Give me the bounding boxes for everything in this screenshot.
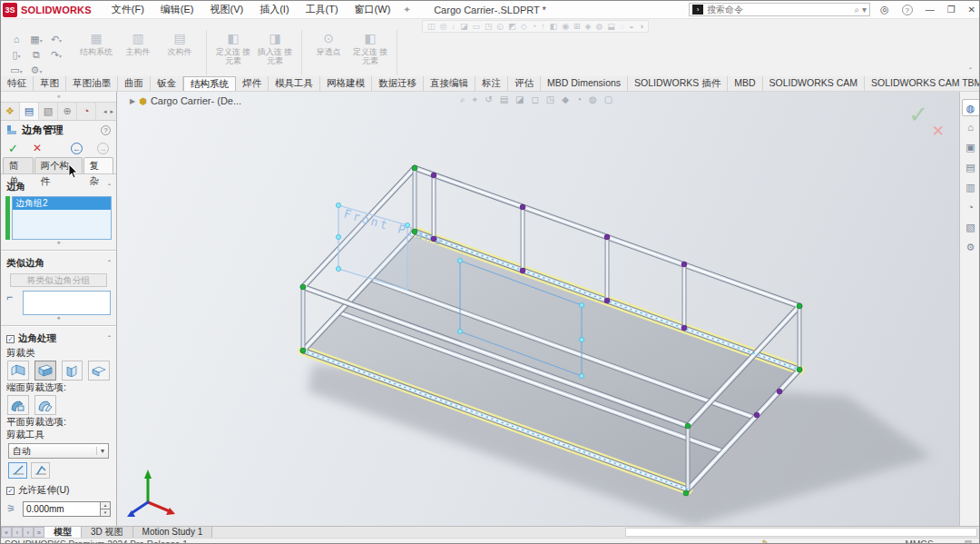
tree-expand-icon[interactable]: ▶ bbox=[130, 97, 135, 105]
toolbar-icon[interactable]: ◈ bbox=[585, 22, 592, 31]
configuration-manager-tab-icon[interactable]: ▧ bbox=[39, 103, 58, 120]
toolbar-icon[interactable]: ↑ bbox=[541, 22, 545, 31]
toolbar-icon[interactable]: ◌ bbox=[620, 22, 624, 31]
prev-tab-icon[interactable]: ‹ bbox=[12, 527, 23, 538]
zoom-fit-icon[interactable]: ⌕ bbox=[460, 94, 466, 105]
undo-icon[interactable]: ↶▾ bbox=[46, 34, 66, 45]
tab-add-ins[interactable]: SOLIDWORKS 插件 bbox=[628, 76, 728, 91]
menu-insert[interactable]: 插入(I) bbox=[260, 3, 289, 16]
tab-direct-editing[interactable]: 直接编辑 bbox=[424, 76, 475, 91]
list-resize-handle[interactable]: ● bbox=[1, 240, 116, 245]
secondary-member-button[interactable]: ▤ 次构件 bbox=[159, 30, 201, 75]
toolbar-icon[interactable]: ◒ bbox=[629, 22, 633, 31]
appearance-icon[interactable]: ◔ bbox=[576, 94, 582, 105]
display-style-icon[interactable]: ◳ bbox=[546, 94, 554, 105]
similar-corner-selection-box[interactable] bbox=[23, 291, 111, 315]
cancel-button[interactable]: ✕ bbox=[33, 142, 42, 154]
trim-tool-2-button[interactable] bbox=[31, 462, 50, 479]
scroll-left-icon[interactable]: ◂ bbox=[103, 108, 107, 115]
view-orientation-icon[interactable]: ◻ bbox=[532, 94, 539, 105]
toolbar-icon[interactable]: ⊞ bbox=[573, 22, 581, 31]
toolbar-icon[interactable]: ◍ bbox=[596, 22, 603, 31]
list-resize-handle[interactable]: ● bbox=[1, 315, 116, 321]
graphics-viewport[interactable]: Front Plane bbox=[117, 92, 959, 526]
dimxpert-manager-tab-icon[interactable]: ⊕ bbox=[58, 103, 77, 120]
mode-tab-complex[interactable]: 复杂 bbox=[83, 157, 114, 173]
primary-member-button[interactable]: ▥ 主构件 bbox=[117, 30, 159, 75]
tab-cam-tbm[interactable]: SOLIDWORKS CAM TBM bbox=[865, 76, 980, 91]
collapse-chevron-icon[interactable]: ˆ bbox=[108, 259, 111, 268]
toolbar-icon[interactable]: ◧ bbox=[550, 22, 558, 31]
home-icon[interactable]: ⌂ bbox=[6, 34, 26, 45]
pierce-point-button[interactable]: ⊙ 穿透点 bbox=[308, 30, 349, 75]
save-icon[interactable]: ▦▾ bbox=[26, 34, 46, 45]
tab-mesh-modeling[interactable]: 网格建模 bbox=[320, 76, 372, 91]
annotation-view-icon[interactable]: ◪ bbox=[515, 94, 524, 105]
first-tab-icon[interactable]: « bbox=[1, 527, 12, 538]
corner-list-item-selected[interactable]: 边角组2 bbox=[13, 197, 111, 210]
define-connection-button[interactable]: ◧ 定义连 接元素 bbox=[212, 30, 254, 75]
toolbar-icon[interactable]: ↓ bbox=[451, 22, 456, 31]
feature-tree-breadcrumb[interactable]: ▶ ⬢ Cargo Carrier- (De... bbox=[130, 95, 241, 106]
trim-tool-dropdown[interactable]: 自动 ▾ bbox=[8, 443, 109, 459]
custom-properties-icon[interactable]: ▧ bbox=[962, 219, 980, 236]
tab-weldments[interactable]: 焊件 bbox=[236, 76, 269, 91]
menu-file[interactable]: 文件(F) bbox=[112, 3, 144, 16]
section-view-icon[interactable]: ▤ bbox=[500, 94, 508, 105]
spin-down-icon[interactable]: ▾ bbox=[100, 509, 111, 517]
insert-connection-button[interactable]: ◨ 插入连 接元素 bbox=[254, 30, 296, 75]
corner-treatment-checkbox[interactable]: ✓ bbox=[6, 335, 15, 343]
print-icon[interactable]: ▭▾ bbox=[6, 64, 26, 76]
allow-extension-checkbox[interactable]: ✓ bbox=[6, 487, 15, 495]
unit-system[interactable]: MMGS ▾ bbox=[906, 539, 939, 544]
end-trim-2-button[interactable] bbox=[34, 395, 56, 415]
collapse-chevron-icon[interactable]: ˆ bbox=[108, 183, 111, 192]
3dexperience-icon[interactable]: ◍ bbox=[962, 99, 980, 116]
rebuild-icon[interactable]: ⧉ bbox=[26, 49, 46, 61]
define-connection-element-button[interactable]: ◧ 定义连 接元素 bbox=[349, 30, 391, 75]
minimize-button[interactable]: — bbox=[926, 5, 935, 15]
tab-structure-system[interactable]: 结构系统 bbox=[183, 76, 236, 91]
structure-system-button[interactable]: ▦ 结构系统 bbox=[75, 30, 117, 75]
menu-window[interactable]: 窗口(W) bbox=[355, 3, 391, 16]
trim-style-4-button[interactable] bbox=[88, 361, 110, 381]
toolbar-icon[interactable]: ◉ bbox=[562, 22, 569, 31]
close-button[interactable]: ✕ bbox=[968, 5, 975, 15]
toolbar-icon[interactable]: ◇ bbox=[521, 22, 527, 31]
spin-up-icon[interactable]: ▴ bbox=[100, 501, 111, 509]
file-explorer-icon[interactable]: ▤ bbox=[962, 159, 980, 176]
design-library-icon[interactable]: ▣ bbox=[962, 139, 980, 156]
tab-markup[interactable]: 标注 bbox=[475, 76, 508, 91]
collapse-chevron-icon[interactable]: ˆ bbox=[108, 334, 111, 343]
scroll-right-icon[interactable]: ▸ bbox=[110, 108, 113, 115]
tab-cam[interactable]: SOLIDWORKS CAM bbox=[763, 76, 865, 91]
toolbar-icon[interactable]: ◳ bbox=[485, 22, 493, 31]
toolbar-icon[interactable]: ◑ bbox=[639, 22, 643, 31]
restore-button[interactable]: ❐ bbox=[947, 5, 956, 15]
appearances-scenes-icon[interactable]: ◔ bbox=[962, 199, 980, 216]
tab-surfaces[interactable]: 曲面 bbox=[118, 76, 151, 91]
tab-evaluate[interactable]: 评估 bbox=[508, 76, 541, 91]
search-input[interactable] bbox=[707, 5, 855, 15]
new-document-icon[interactable]: ▯▾ bbox=[6, 49, 26, 61]
toolbar-icon[interactable]: ◎ bbox=[440, 22, 447, 31]
edit-sketch-icon[interactable]: ✎ bbox=[761, 539, 769, 544]
toolbar-icon[interactable]: ◔ bbox=[532, 22, 536, 31]
corner-list[interactable]: 边角组2 bbox=[12, 196, 112, 240]
help-icon[interactable]: ? bbox=[902, 5, 913, 15]
search-icon[interactable]: ⌕ ▾ bbox=[855, 5, 867, 15]
toolbar-icon[interactable]: ◩ bbox=[508, 22, 516, 31]
part-name[interactable]: Cargo Carrier- (De... bbox=[151, 95, 241, 106]
end-trim-1-button[interactable] bbox=[7, 395, 29, 415]
display-manager-tab-icon[interactable]: ◔ bbox=[77, 103, 96, 120]
mode-tab-simple[interactable]: 简单 bbox=[3, 157, 34, 173]
pin-menu-icon[interactable]: ✦ bbox=[403, 5, 410, 15]
scene-icon[interactable]: ◍ bbox=[589, 94, 597, 105]
toolbar-icon[interactable]: ⬓ bbox=[607, 22, 615, 31]
trim-style-1-button[interactable] bbox=[7, 361, 29, 381]
trim-style-2-button[interactable] bbox=[34, 361, 56, 381]
toolbar-icon[interactable]: ◪ bbox=[460, 22, 468, 31]
menu-edit[interactable]: 编辑(E) bbox=[161, 3, 194, 16]
tab-data-migration[interactable]: 数据迁移 bbox=[372, 76, 424, 91]
tag-icon[interactable]: ▤ bbox=[964, 539, 972, 544]
